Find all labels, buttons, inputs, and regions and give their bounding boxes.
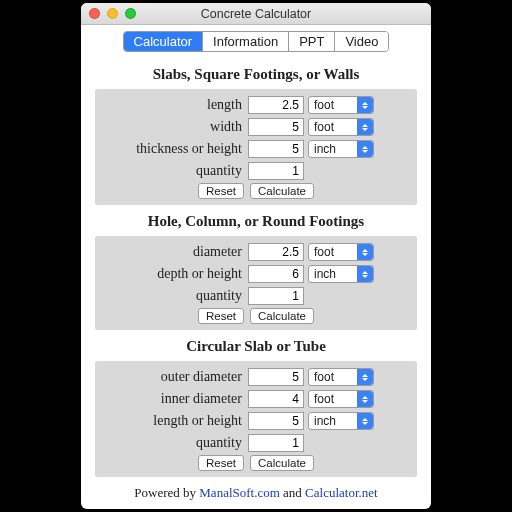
tube-inner-unit-text: foot xyxy=(314,392,334,406)
updown-icon xyxy=(357,369,373,385)
hole-depth-input[interactable] xyxy=(248,265,304,283)
tube-inner-row: inner diameter foot xyxy=(103,389,409,409)
updown-icon xyxy=(357,266,373,282)
tube-buttons: Reset Calculate xyxy=(103,455,409,471)
segmented-control: Calculator Information PPT Video xyxy=(123,31,390,52)
slab-width-row: width foot xyxy=(103,117,409,137)
updown-icon xyxy=(357,97,373,113)
slab-width-input[interactable] xyxy=(248,118,304,136)
hole-buttons: Reset Calculate xyxy=(103,308,409,324)
slab-buttons: Reset Calculate xyxy=(103,183,409,199)
content: Slabs, Square Footings, or Walls length … xyxy=(81,56,431,509)
hole-qty-label: quantity xyxy=(103,288,248,304)
tube-title: Circular Slab or Tube xyxy=(95,338,417,355)
hole-dia-row: diameter foot xyxy=(103,242,409,262)
tube-calculate-button[interactable]: Calculate xyxy=(250,455,314,471)
tube-outer-unit[interactable]: foot xyxy=(308,368,374,386)
slab-title: Slabs, Square Footings, or Walls xyxy=(95,66,417,83)
slab-thick-row: thickness or height inch xyxy=(103,139,409,159)
hole-depth-unit[interactable]: inch xyxy=(308,265,374,283)
slab-length-label: length xyxy=(103,97,248,113)
tube-inner-unit[interactable]: foot xyxy=(308,390,374,408)
hole-panel: diameter foot depth or height inch quant… xyxy=(95,236,417,330)
tab-bar: Calculator Information PPT Video xyxy=(81,25,431,56)
slab-qty-label: quantity xyxy=(103,163,248,179)
updown-icon xyxy=(357,244,373,260)
tab-ppt[interactable]: PPT xyxy=(289,32,335,51)
tube-inner-input[interactable] xyxy=(248,390,304,408)
app-window: Concrete Calculator Calculator Informati… xyxy=(81,3,431,509)
slab-length-row: length foot xyxy=(103,95,409,115)
slab-qty-row: quantity xyxy=(103,161,409,181)
footer-sep: and xyxy=(280,485,305,500)
tube-len-input[interactable] xyxy=(248,412,304,430)
hole-depth-row: depth or height inch xyxy=(103,264,409,284)
tube-qty-label: quantity xyxy=(103,435,248,451)
hole-dia-input[interactable] xyxy=(248,243,304,261)
footer-prefix: Powered by xyxy=(134,485,199,500)
titlebar: Concrete Calculator xyxy=(81,3,431,25)
tube-outer-label: outer diameter xyxy=(103,369,248,385)
hole-calculate-button[interactable]: Calculate xyxy=(250,308,314,324)
hole-dia-unit-text: foot xyxy=(314,245,334,259)
tube-qty-row: quantity xyxy=(103,433,409,453)
hole-qty-row: quantity xyxy=(103,286,409,306)
slab-thick-unit[interactable]: inch xyxy=(308,140,374,158)
tube-outer-row: outer diameter foot xyxy=(103,367,409,387)
footer-link-manalsoft[interactable]: ManalSoft.com xyxy=(199,485,280,500)
updown-icon xyxy=(357,119,373,135)
updown-icon xyxy=(357,141,373,157)
slab-calculate-button[interactable]: Calculate xyxy=(250,183,314,199)
tube-reset-button[interactable]: Reset xyxy=(198,455,244,471)
hole-depth-label: depth or height xyxy=(103,266,248,282)
slab-length-unit[interactable]: foot xyxy=(308,96,374,114)
slab-width-unit-text: foot xyxy=(314,120,334,134)
tube-outer-unit-text: foot xyxy=(314,370,334,384)
slab-reset-button[interactable]: Reset xyxy=(198,183,244,199)
hole-reset-button[interactable]: Reset xyxy=(198,308,244,324)
tube-panel: outer diameter foot inner diameter foot … xyxy=(95,361,417,477)
window-title: Concrete Calculator xyxy=(81,7,431,21)
slab-thick-unit-text: inch xyxy=(314,142,336,156)
tube-inner-label: inner diameter xyxy=(103,391,248,407)
tube-outer-input[interactable] xyxy=(248,368,304,386)
slab-width-unit[interactable]: foot xyxy=(308,118,374,136)
hole-title: Hole, Column, or Round Footings xyxy=(95,213,417,230)
slab-thick-label: thickness or height xyxy=(103,141,248,157)
tab-video[interactable]: Video xyxy=(335,32,388,51)
updown-icon xyxy=(357,413,373,429)
hole-qty-input[interactable] xyxy=(248,287,304,305)
slab-panel: length foot width foot thickness or heig… xyxy=(95,89,417,205)
slab-length-unit-text: foot xyxy=(314,98,334,112)
slab-thick-input[interactable] xyxy=(248,140,304,158)
footer: Powered by ManalSoft.com and Calculator.… xyxy=(95,485,417,501)
slab-width-label: width xyxy=(103,119,248,135)
hole-dia-unit[interactable]: foot xyxy=(308,243,374,261)
slab-qty-input[interactable] xyxy=(248,162,304,180)
tube-len-unit[interactable]: inch xyxy=(308,412,374,430)
footer-link-calculatornet[interactable]: Calculator.net xyxy=(305,485,378,500)
tube-len-row: length or height inch xyxy=(103,411,409,431)
tube-len-unit-text: inch xyxy=(314,414,336,428)
slab-length-input[interactable] xyxy=(248,96,304,114)
hole-dia-label: diameter xyxy=(103,244,248,260)
updown-icon xyxy=(357,391,373,407)
tab-information[interactable]: Information xyxy=(203,32,289,51)
tube-qty-input[interactable] xyxy=(248,434,304,452)
tab-calculator[interactable]: Calculator xyxy=(124,32,204,51)
hole-depth-unit-text: inch xyxy=(314,267,336,281)
tube-len-label: length or height xyxy=(103,413,248,429)
